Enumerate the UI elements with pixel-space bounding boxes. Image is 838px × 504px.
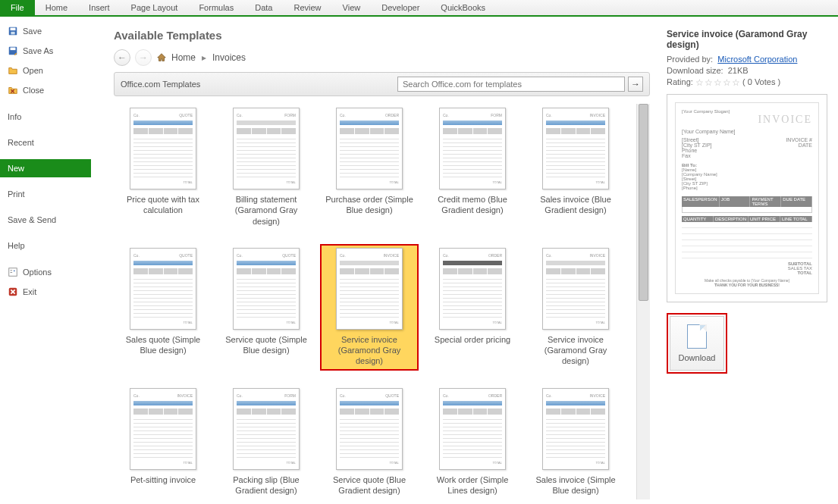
sidebar-help[interactable]: Help <box>0 236 91 255</box>
star-icon: ☆ <box>723 77 731 88</box>
tab-insert[interactable]: Insert <box>78 0 121 15</box>
template-thumb: Co.INVOICE TOTAL <box>542 108 609 189</box>
breadcrumb: Home ▸ Invoices <box>171 52 246 63</box>
tab-file[interactable]: File <box>0 0 35 15</box>
sidebar-info[interactable]: Info <box>0 108 91 126</box>
template-card[interactable]: Co.ORDER TOTAL Purchase order (Simple Bl… <box>320 104 419 230</box>
template-card[interactable]: Co.ORDER TOTAL Work order (Simple Lines … <box>423 384 522 500</box>
provided-by-label: Provided by: <box>667 55 713 64</box>
sidebar-close[interactable]: Close <box>0 80 91 100</box>
preview-thumbnail: [Your Company Slogan] INVOICE [Your Comp… <box>667 94 827 302</box>
sidebar-save[interactable]: Save <box>0 21 91 41</box>
search-input[interactable] <box>397 77 625 92</box>
sidebar-label: Save As <box>23 46 53 55</box>
download-label: Download <box>679 353 716 362</box>
svg-rect-9 <box>11 272 13 273</box>
sidebar-options[interactable]: Options <box>0 262 91 282</box>
tab-pagelayout[interactable]: Page Layout <box>121 0 189 15</box>
scrollbar[interactable] <box>636 104 650 499</box>
sidebar-saveas[interactable]: Save As <box>0 41 91 61</box>
provided-by-link[interactable]: Microsoft Corporation <box>717 55 797 64</box>
sidebar-print[interactable]: Print <box>0 185 91 203</box>
nav-back-button[interactable]: ← <box>114 49 130 66</box>
sidebar-label: Save <box>23 27 42 36</box>
template-card[interactable]: Co.FORM TOTAL Billing statement (Garamon… <box>217 104 315 230</box>
template-label: Service quote (Simple Blue design) <box>221 334 312 356</box>
preview-panel: Service invoice (Garamond Gray design) P… <box>656 17 838 504</box>
template-label: Special order pricing <box>427 334 518 345</box>
template-card[interactable]: Co.QUOTE TOTAL Service quote (Blue Gradi… <box>320 384 419 500</box>
template-card[interactable]: Co.INVOICE TOTAL Sales invoice (Blue Gra… <box>526 104 625 230</box>
sidebar-exit[interactable]: Exit <box>0 282 91 302</box>
tab-developer[interactable]: Developer <box>371 0 430 15</box>
template-label: Work order (Simple Lines design) <box>427 474 518 496</box>
size-label: Download size: <box>667 66 723 75</box>
template-label: Purchase order (Simple Blue design) <box>324 194 415 216</box>
nav-forward-button[interactable]: → <box>135 49 152 66</box>
tab-formulas[interactable]: Formulas <box>188 0 244 15</box>
scrollbar-thumb[interactable] <box>639 104 648 301</box>
template-card[interactable]: Co.FORM TOTAL Packing slip (Blue Gradien… <box>217 384 315 500</box>
doc-owner: [Your Company Name] <box>682 129 812 134</box>
breadcrumb-current[interactable]: Invoices <box>212 52 246 63</box>
template-card[interactable]: Co.QUOTE TOTAL Sales quote (Simple Blue … <box>114 244 212 371</box>
template-card[interactable]: Co.INVOICE TOTAL Pet-sitting invoice <box>114 384 212 500</box>
size-value: 21KB <box>728 66 749 75</box>
template-card[interactable]: Co.FORM TOTAL Credit memo (Blue Gradient… <box>423 104 522 230</box>
templates-heading: Available Templates <box>114 29 650 42</box>
sidebar-new[interactable]: New <box>0 159 91 177</box>
svg-rect-1 <box>11 28 16 31</box>
arrow-right-icon: → <box>631 79 640 89</box>
saveas-icon <box>8 45 18 56</box>
sidebar-label: Open <box>23 66 43 75</box>
doc-invoice-title: INVOICE <box>682 114 812 126</box>
template-card[interactable]: Co.INVOICE TOTAL Service invoice (Garamo… <box>526 244 625 371</box>
exit-icon <box>8 286 18 297</box>
template-thumb: Co.INVOICE TOTAL <box>542 388 609 470</box>
template-card[interactable]: Co.QUOTE TOTAL Service quote (Simple Blu… <box>217 244 315 371</box>
template-label: Billing statement (Garamond Gray design) <box>221 194 312 227</box>
section-title: Office.com Templates <box>121 80 200 89</box>
tab-review[interactable]: Review <box>283 0 331 15</box>
home-icon[interactable] <box>156 52 167 63</box>
template-thumb: Co.FORM TOTAL <box>233 108 300 189</box>
sidebar-open[interactable]: Open <box>0 61 91 80</box>
search-go-button[interactable]: → <box>628 77 643 92</box>
template-label: Packing slip (Blue Gradient design) <box>221 474 312 496</box>
sidebar-label: Exit <box>23 287 36 296</box>
template-card[interactable]: Co.ORDER TOTAL Special order pricing <box>423 244 522 371</box>
close-folder-icon <box>8 85 18 95</box>
votes: ( 0 Votes ) <box>742 77 780 86</box>
template-thumb: Co.QUOTE TOTAL <box>336 388 403 470</box>
rating-stars[interactable]: ☆☆☆☆☆ <box>695 77 740 88</box>
svg-rect-4 <box>11 48 16 51</box>
preview-title: Service invoice (Garamond Gray design) <box>667 29 827 50</box>
template-thumb: Co.INVOICE TOTAL <box>542 248 609 330</box>
template-label: Service invoice (Garamond Gray design) <box>530 334 621 367</box>
svg-point-10 <box>14 270 15 271</box>
download-button[interactable]: Download <box>670 316 724 371</box>
tab-view[interactable]: View <box>332 0 372 15</box>
tab-quickbooks[interactable]: QuickBooks <box>430 0 496 15</box>
svg-rect-2 <box>11 32 14 35</box>
arrow-right-icon: → <box>139 52 148 63</box>
template-grid: Co.QUOTE TOTAL Price quote with tax calc… <box>114 104 633 499</box>
template-card[interactable]: Co.INVOICE TOTAL Sales invoice (Simple B… <box>526 384 625 500</box>
template-card[interactable]: Co.INVOICE TOTAL Service invoice (Garamo… <box>320 244 419 371</box>
tab-home[interactable]: Home <box>35 0 78 15</box>
backstage-sidebar: Save Save As Open Close Info Recent New … <box>0 17 91 504</box>
sidebar-savesend[interactable]: Save & Send <box>0 211 91 229</box>
breadcrumb-home[interactable]: Home <box>171 52 196 63</box>
template-thumb: Co.FORM TOTAL <box>233 388 300 470</box>
svg-rect-7 <box>9 268 17 277</box>
template-thumb: Co.INVOICE TOTAL <box>130 388 196 470</box>
template-thumb: Co.QUOTE TOTAL <box>130 248 196 330</box>
template-thumb: Co.ORDER TOTAL <box>439 248 506 330</box>
sidebar-recent[interactable]: Recent <box>0 133 91 152</box>
star-icon: ☆ <box>705 77 713 88</box>
template-label: Service quote (Blue Gradient design) <box>324 474 415 496</box>
doc-thanks: THANK YOU FOR YOUR BUSINESS! <box>714 283 780 287</box>
tab-data[interactable]: Data <box>244 0 283 15</box>
template-card[interactable]: Co.QUOTE TOTAL Price quote with tax calc… <box>114 104 212 230</box>
template-thumb: Co.QUOTE TOTAL <box>130 108 196 189</box>
